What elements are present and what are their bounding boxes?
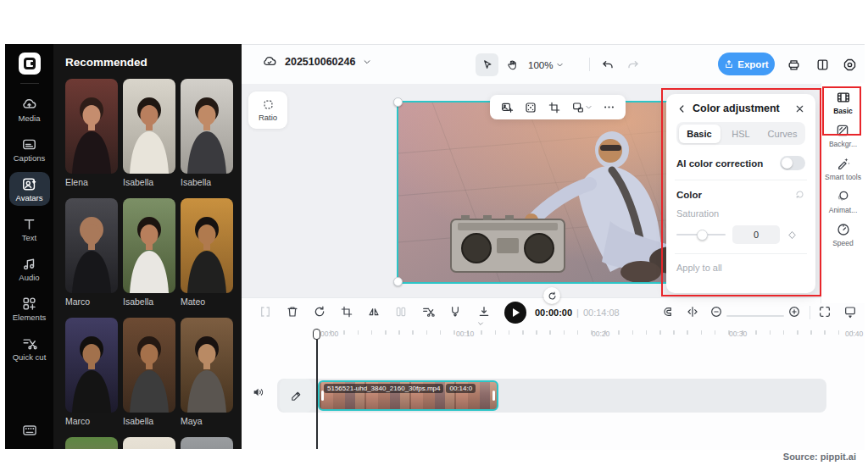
- right-tab-smart-tools[interactable]: Smart tools: [825, 156, 861, 181]
- keyframe-diamond-icon[interactable]: [787, 230, 798, 241]
- timeline-ruler[interactable]: [316, 330, 865, 335]
- resize-handle-top-left[interactable]: [393, 97, 403, 107]
- avatar-name: Elena: [65, 177, 118, 187]
- fit-timeline-button[interactable]: [818, 305, 832, 319]
- sidebar-item-avatars[interactable]: Avatars: [9, 172, 50, 206]
- print-button[interactable]: [782, 53, 805, 76]
- zoom-level-control[interactable]: 100%: [528, 53, 564, 76]
- layout-panel-button[interactable]: [811, 53, 834, 76]
- video-preview[interactable]: [398, 103, 707, 282]
- avatar-thumbnail: [123, 437, 175, 449]
- rotate-button[interactable]: [313, 305, 326, 319]
- rotate-icon: [548, 291, 557, 301]
- ai-color-correction-toggle[interactable]: [780, 156, 805, 170]
- clip-filename: 5156521-uhd_3840_2160_30fps.mp4: [324, 384, 443, 393]
- crop-button-timeline[interactable]: [340, 305, 353, 319]
- avatar-card[interactable]: Isabella: [123, 79, 175, 187]
- sidebar-item-label: Captions: [14, 154, 46, 163]
- timeline-zoom-out-button[interactable]: [709, 305, 723, 319]
- resize-handle-bottom-left[interactable]: [393, 277, 403, 286]
- preview-mode-button[interactable]: [843, 305, 857, 319]
- tab-hsl[interactable]: HSL: [721, 125, 762, 143]
- mirror-button[interactable]: [367, 305, 381, 319]
- timeline-clip[interactable]: 5156521-uhd_3840_2160_30fps.mp4 00:14:0: [318, 380, 498, 411]
- sidebar-item-audio[interactable]: Audio: [9, 252, 50, 285]
- freeze-button[interactable]: [394, 305, 408, 319]
- avatar-card[interactable]: Isabella: [123, 318, 175, 426]
- avatar-card[interactable]: [65, 437, 118, 449]
- avatar-thumbnail: [65, 198, 118, 293]
- sidebar-item-text[interactable]: Text: [9, 212, 50, 246]
- timeline-zoom-in-button[interactable]: [787, 305, 801, 319]
- track-edit-button[interactable]: [280, 379, 312, 413]
- right-tab-basic[interactable]: Basic: [833, 90, 853, 115]
- apply-to-all-button[interactable]: Apply to all: [676, 263, 805, 273]
- split-preview-button[interactable]: [686, 305, 699, 319]
- avatar-card[interactable]: Elena: [65, 79, 118, 187]
- saturation-slider[interactable]: [676, 234, 726, 236]
- split-icon: [259, 305, 272, 319]
- playhead[interactable]: [316, 329, 318, 449]
- avatar-name: Isabella: [181, 177, 233, 187]
- split-button[interactable]: [259, 305, 272, 319]
- saturation-value[interactable]: 0: [732, 225, 780, 244]
- avatar-name: Marco: [65, 296, 118, 307]
- keyboard-shortcuts-button[interactable]: [21, 422, 38, 439]
- back-icon[interactable]: [676, 103, 687, 114]
- reset-icon[interactable]: [794, 189, 805, 200]
- avatar-card[interactable]: Isabella: [123, 198, 175, 307]
- hand-tool-button[interactable]: [501, 53, 524, 76]
- sidebar-item-quick-cut[interactable]: Quick cut: [9, 331, 50, 365]
- slider-knob[interactable]: [697, 230, 708, 241]
- right-tab-animations[interactable]: Animat...: [829, 189, 858, 214]
- undo-button[interactable]: [596, 53, 619, 76]
- avatar-card[interactable]: Marco: [65, 198, 118, 307]
- tab-basic[interactable]: Basic: [679, 125, 721, 143]
- focus-button[interactable]: [524, 101, 537, 114]
- preview-canvas[interactable]: Ratio: [242, 84, 865, 297]
- avatar-card[interactable]: Isabella: [181, 79, 233, 187]
- sidebar-item-media[interactable]: Media: [9, 92, 50, 126]
- ratio-button[interactable]: Ratio: [248, 91, 287, 129]
- snap-button[interactable]: [660, 305, 674, 319]
- sidebar-item-elements[interactable]: Elements: [9, 291, 50, 325]
- redo-button[interactable]: [621, 53, 644, 76]
- avatar-thumbnail: [123, 198, 175, 293]
- replace-media-button[interactable]: [571, 101, 593, 114]
- right-tab-label: Animat...: [829, 207, 858, 214]
- avatar-card[interactable]: [181, 437, 233, 449]
- avatar-card[interactable]: [123, 437, 175, 449]
- project-selector[interactable]: 202510060246: [262, 54, 371, 69]
- right-tab-speed[interactable]: Speed: [832, 222, 854, 247]
- select-tool-button[interactable]: [476, 53, 498, 76]
- delete-button[interactable]: [286, 305, 299, 319]
- app-logo[interactable]: [19, 53, 41, 75]
- chevron-down-icon: [477, 320, 484, 327]
- more-options-button[interactable]: [603, 101, 615, 114]
- playhead-handle[interactable]: [313, 329, 320, 340]
- close-icon[interactable]: [794, 103, 805, 114]
- tab-curves[interactable]: Curves: [762, 125, 804, 143]
- add-media-button[interactable]: [500, 101, 514, 114]
- zoom-out-icon: [709, 305, 723, 319]
- crop-button[interactable]: [548, 101, 561, 114]
- avatar-thumbnail: [123, 79, 175, 174]
- track-mute-button[interactable]: [252, 385, 265, 399]
- settings-button[interactable]: [838, 53, 861, 76]
- ruler-label: 00:40: [845, 330, 863, 338]
- rotate-handle[interactable]: [543, 287, 560, 304]
- extract-button[interactable]: [448, 305, 462, 319]
- replace-media-icon: [571, 101, 585, 114]
- export-button[interactable]: Export: [718, 53, 775, 75]
- avatar-card[interactable]: Maya: [181, 318, 233, 426]
- quick-cut-button[interactable]: [421, 305, 435, 319]
- avatar-card[interactable]: Mateo: [181, 198, 233, 307]
- play-button[interactable]: [504, 302, 526, 324]
- avatar-card[interactable]: Marco: [65, 318, 118, 426]
- music-note-icon: [21, 256, 37, 272]
- avatar-name: Isabella: [123, 177, 175, 187]
- download-button[interactable]: [477, 305, 491, 334]
- right-tab-background[interactable]: Backgr...: [829, 123, 857, 148]
- timeline-zoom-slider[interactable]: [726, 315, 784, 317]
- sidebar-item-captions[interactable]: Captions: [9, 132, 50, 166]
